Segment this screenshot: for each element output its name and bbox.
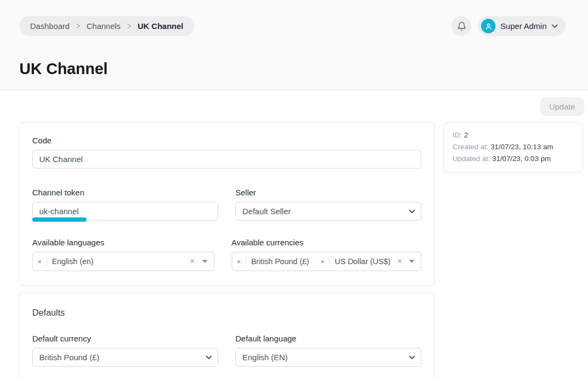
chip-label: US Dollar (US$)	[330, 257, 397, 266]
header: Dashboard > Channels > UK Channel	[0, 0, 588, 90]
field-default-currency: Default currency British Pound (£)	[32, 334, 218, 367]
meta-column: ID:2 Created at:31/07/23, 10:13 am Updat…	[443, 122, 583, 173]
language-chip: × English (en)	[33, 252, 100, 271]
topbar-right: Super Admin	[451, 16, 565, 36]
seller-select-wrap: Default Seller	[235, 202, 421, 221]
field-seller: Seller Default Seller	[235, 188, 421, 221]
default-currency-label: Default currency	[32, 334, 218, 343]
channel-token-input-wrap	[32, 202, 218, 221]
bell-icon	[457, 21, 467, 31]
breadcrumb-item-dashboard[interactable]: Dashboard	[30, 21, 69, 31]
languages-currencies-row: Available languages × English (en) ×	[32, 238, 421, 271]
default-currency-select-wrap: British Pound (£)	[32, 348, 218, 367]
meta-created-label: Created at:	[453, 143, 489, 151]
currency-chip: × British Pound (£)	[232, 252, 316, 271]
field-available-currencies: Available currencies × British Pound (£)…	[232, 238, 421, 271]
dropdown-arrow-icon[interactable]	[202, 260, 207, 263]
code-input[interactable]	[32, 150, 421, 169]
layout: Code Channel token Seller	[0, 90, 588, 379]
update-button[interactable]: Update	[540, 97, 584, 116]
default-currency-select[interactable]: British Pound (£)	[32, 348, 218, 367]
defaults-row: Default currency British Pound (£)	[32, 334, 421, 367]
breadcrumb-item-current: UK Channel	[138, 21, 183, 31]
defaults-heading: Defaults	[32, 308, 421, 318]
defaults-card: Defaults Default currency British Pound …	[19, 292, 435, 379]
meta-id-label: ID:	[453, 131, 462, 139]
field-available-languages: Available languages × English (en) ×	[32, 238, 214, 271]
account-menu-button[interactable]: Super Admin	[478, 16, 565, 36]
content-area: Update Code Channel token	[0, 90, 588, 379]
meta-id-line: ID:2	[453, 129, 574, 141]
chip-label: British Pound (£)	[246, 257, 315, 266]
user-icon	[484, 22, 493, 31]
multiselect-controls: ×	[397, 257, 414, 266]
default-language-select-wrap: English (EN)	[235, 348, 421, 367]
available-currencies-label: Available currencies	[232, 238, 421, 247]
currencies-multiselect[interactable]: × British Pound (£) × US Dollar (US$) ×	[232, 252, 421, 271]
currency-chip: × US Dollar (US$)	[315, 252, 397, 271]
meta-card: ID:2 Created at:31/07/23, 10:13 am Updat…	[443, 122, 583, 173]
chip-remove-icon[interactable]: ×	[232, 258, 246, 266]
meta-created-value: 31/07/23, 10:13 am	[491, 143, 553, 151]
chevron-right-icon: >	[76, 21, 80, 31]
code-label: Code	[32, 136, 421, 145]
channel-settings-card: Code Channel token Seller	[19, 122, 435, 286]
chevron-down-icon	[551, 24, 558, 28]
field-channel-token: Channel token	[32, 188, 218, 221]
channel-token-label: Channel token	[32, 188, 218, 197]
channel-token-input[interactable]	[32, 202, 218, 221]
seller-label: Seller	[235, 188, 421, 197]
account-name: Super Admin	[500, 21, 547, 31]
meta-updated-value: 31/07/23, 0:03 pm	[492, 155, 551, 163]
form-column: Code Channel token Seller	[19, 122, 435, 379]
multiselect-controls: ×	[190, 257, 207, 266]
field-default-language: Default language English (EN)	[235, 334, 421, 367]
token-seller-row: Channel token Seller Default Seller	[32, 188, 421, 221]
meta-updated-label: Updated at:	[453, 155, 490, 163]
chip-remove-icon[interactable]: ×	[33, 258, 47, 266]
chip-remove-icon[interactable]: ×	[315, 258, 329, 266]
available-languages-label: Available languages	[32, 238, 214, 247]
default-language-select[interactable]: English (EN)	[235, 348, 421, 367]
chip-label: English (en)	[47, 257, 100, 266]
seller-select[interactable]: Default Seller	[235, 202, 421, 221]
field-code: Code	[32, 136, 421, 169]
meta-id-value: 2	[464, 131, 468, 139]
languages-multiselect[interactable]: × English (en) ×	[32, 252, 214, 271]
chevron-right-icon: >	[127, 21, 131, 31]
page-title: UK Channel	[19, 60, 565, 78]
clear-icon[interactable]: ×	[397, 257, 402, 266]
breadcrumb: Dashboard > Channels > UK Channel	[19, 16, 194, 36]
meta-updated-line: Updated at:31/07/23, 0:03 pm	[453, 153, 574, 165]
default-language-label: Default language	[235, 334, 421, 343]
breadcrumb-item-channels[interactable]: Channels	[87, 21, 120, 31]
clear-icon[interactable]: ×	[190, 257, 195, 266]
topbar: Dashboard > Channels > UK Channel	[19, 16, 565, 36]
avatar	[481, 19, 496, 33]
dropdown-arrow-icon[interactable]	[409, 260, 414, 263]
notification-button[interactable]	[451, 16, 471, 36]
meta-created-line: Created at:31/07/23, 10:13 am	[453, 141, 574, 153]
